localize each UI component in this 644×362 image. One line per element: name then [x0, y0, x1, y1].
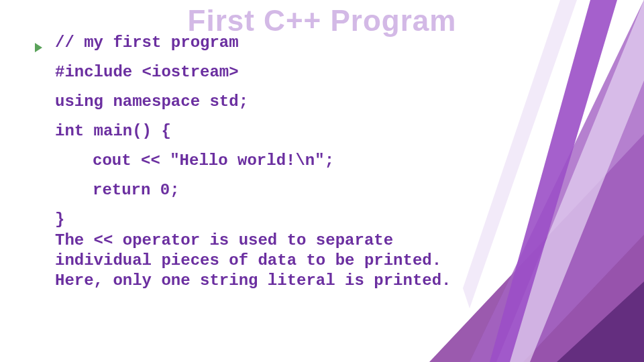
slide-title: First C++ Program: [0, 4, 644, 38]
svg-marker-3: [496, 0, 644, 362]
svg-marker-0: [470, 0, 644, 362]
explanation-text: The << operator is used to separate indi…: [55, 231, 478, 291]
slide-body: // my first program #include <iostream> …: [55, 35, 484, 304]
code-line-return: return 0;: [55, 182, 484, 198]
svg-marker-2: [470, 0, 644, 362]
code-line-include: #include <iostream>: [55, 64, 484, 80]
svg-marker-5: [557, 282, 644, 362]
code-line-main-open: int main() {: [55, 123, 484, 139]
slide: First C++ Program // my first program #i…: [0, 0, 644, 362]
code-line-comment: // my first program: [55, 35, 484, 51]
code-line-cout: cout << "Hello world!\n";: [55, 153, 484, 169]
svg-marker-4: [490, 0, 617, 362]
code-line-using: using namespace std;: [55, 94, 484, 110]
play-icon: [35, 43, 42, 52]
code-line-close: }: [55, 212, 484, 228]
